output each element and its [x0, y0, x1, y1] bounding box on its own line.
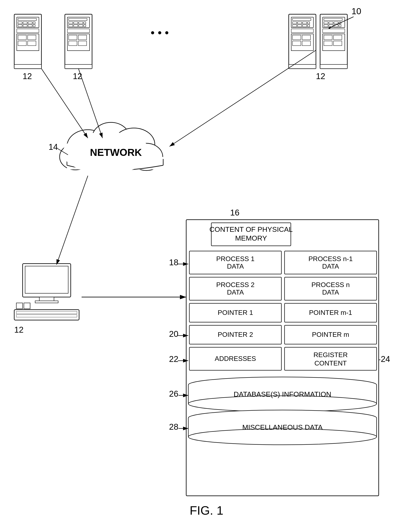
dots-separator: • • •: [151, 26, 169, 39]
svg-rect-41: [303, 22, 307, 24]
ref-14: 14: [48, 142, 58, 152]
svg-line-99: [57, 176, 88, 265]
svg-rect-16: [28, 41, 36, 46]
ref-10: 10: [352, 6, 361, 16]
svg-rect-57: [324, 22, 328, 24]
svg-rect-3: [18, 22, 22, 24]
svg-line-86: [78, 69, 103, 138]
process1-label: PROCESS 1: [216, 255, 254, 263]
svg-rect-93: [35, 301, 58, 303]
svg-rect-68: [334, 35, 342, 40]
process-n-label: PROCESS n: [311, 281, 350, 288]
process-n1-label: PROCESS n-1: [308, 255, 353, 263]
register-content-label-line2: CONTENT: [315, 359, 347, 367]
svg-rect-40: [298, 22, 302, 24]
svg-rect-11: [17, 29, 39, 33]
memory-title-line1: CONTENT OF PHYSICAL: [210, 225, 293, 233]
ref-16: 16: [230, 208, 240, 217]
svg-point-127: [188, 429, 377, 445]
svg-rect-71: [320, 65, 347, 69]
ref-12c: 12: [316, 72, 325, 81]
svg-rect-92: [39, 297, 54, 301]
ref-18: 18: [169, 258, 178, 267]
addresses-label: ADDRESSES: [215, 355, 256, 362]
svg-rect-59: [334, 22, 338, 24]
svg-rect-43: [292, 25, 297, 27]
svg-rect-17: [14, 65, 41, 69]
svg-rect-47: [291, 29, 313, 33]
diagram: • • •: [0, 0, 413, 532]
svg-rect-32: [78, 35, 86, 40]
process2-data-label: DATA: [227, 288, 244, 296]
svg-rect-91: [25, 266, 68, 293]
svg-rect-2: [18, 19, 36, 20]
svg-rect-65: [323, 29, 345, 33]
ref-22: 22: [169, 354, 178, 364]
server-tower-left: [14, 14, 41, 69]
svg-rect-70: [334, 41, 342, 46]
svg-rect-67: [324, 35, 332, 40]
memory-title-line2: MEMORY: [235, 234, 267, 242]
svg-rect-7: [18, 25, 22, 27]
svg-rect-9: [28, 25, 32, 27]
svg-rect-8: [23, 25, 27, 27]
svg-rect-45: [303, 25, 307, 27]
svg-rect-23: [79, 22, 83, 24]
ref-20: 20: [169, 329, 178, 339]
svg-rect-44: [298, 25, 302, 27]
svg-rect-22: [74, 22, 78, 24]
svg-point-121: [188, 396, 377, 412]
svg-rect-53: [289, 65, 316, 69]
svg-rect-4: [23, 22, 27, 24]
svg-rect-42: [307, 22, 310, 24]
svg-line-87: [170, 50, 316, 146]
svg-rect-13: [18, 35, 26, 40]
process2-label: PROCESS 2: [216, 281, 254, 288]
svg-rect-46: [307, 25, 310, 27]
svg-rect-24: [84, 22, 86, 24]
svg-rect-29: [67, 29, 90, 33]
fig-label: FIG. 1: [190, 504, 223, 517]
misc-label: MISCELLANEOUS DATA: [242, 423, 323, 431]
svg-rect-97: [16, 303, 23, 309]
svg-rect-21: [69, 22, 73, 24]
svg-rect-34: [78, 41, 86, 46]
svg-rect-61: [324, 25, 328, 27]
ref-12a: 12: [23, 72, 32, 81]
database-label: DATABASE(S) INFORMATION: [234, 390, 331, 398]
svg-rect-33: [69, 41, 77, 46]
svg-rect-20: [69, 19, 87, 20]
network-label: NETWORK: [90, 147, 142, 158]
svg-rect-39: [292, 22, 297, 24]
svg-rect-38: [292, 19, 311, 20]
svg-rect-31: [69, 35, 77, 40]
pointer-m-label: POINTER m: [312, 331, 349, 338]
svg-rect-49: [292, 35, 301, 40]
svg-rect-52: [302, 41, 310, 46]
process-n-data-label: DATA: [322, 288, 339, 296]
svg-rect-28: [84, 25, 86, 27]
process-n1-data-label: DATA: [322, 263, 339, 270]
pointer2-label: POINTER 2: [218, 331, 253, 338]
server-tower-center-left: [65, 14, 92, 69]
ref-24: 24: [381, 354, 390, 364]
svg-rect-26: [74, 25, 78, 27]
svg-rect-5: [28, 22, 32, 24]
ref-26: 26: [169, 389, 178, 398]
svg-rect-6: [33, 22, 35, 24]
svg-rect-64: [339, 25, 341, 27]
svg-rect-51: [292, 41, 301, 46]
ref-28: 28: [169, 422, 178, 431]
server-tower-right: [289, 14, 316, 69]
svg-rect-15: [18, 41, 26, 46]
svg-rect-27: [79, 25, 83, 27]
ref-12b: 12: [73, 72, 82, 81]
pointer-m1-label: POINTER m-1: [309, 309, 352, 316]
desktop-computer: [14, 264, 79, 320]
svg-rect-10: [33, 25, 35, 27]
svg-rect-58: [329, 22, 333, 24]
register-content-label-line1: REGISTER: [313, 351, 348, 359]
svg-rect-56: [324, 19, 342, 20]
svg-rect-35: [65, 65, 92, 69]
svg-rect-14: [28, 35, 36, 40]
